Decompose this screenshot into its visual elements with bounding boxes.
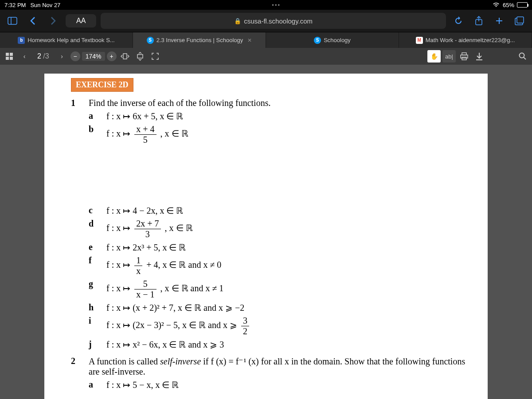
item-a: a f : x ↦ 5 − x, x ∈ ℝ xyxy=(89,379,474,390)
item-g: g f : x ↦ 5x − 1 , x ∈ ℝ and x ≠ 1 xyxy=(89,279,474,300)
svg-rect-12 xyxy=(137,55,143,58)
pdf-toolbar: ‹ 2 /3 › − 174% + ✋ ab| xyxy=(0,48,532,65)
svg-rect-6 xyxy=(517,17,524,23)
back-button[interactable] xyxy=(25,13,41,29)
text-size-button[interactable]: AA xyxy=(66,14,96,27)
sidebar-toggle-icon[interactable] xyxy=(4,13,20,29)
question-number: 2 xyxy=(71,356,80,390)
exercise-header: EXERCISE 2D xyxy=(71,78,133,92)
gmail-favicon: M xyxy=(416,37,423,44)
thumbnails-button[interactable] xyxy=(3,50,16,63)
svg-rect-10 xyxy=(10,57,13,60)
svg-rect-7 xyxy=(6,53,9,56)
prev-page-button[interactable]: ‹ xyxy=(18,50,31,63)
ios-status-bar: 7:32 PM Sun Nov 27 ••• 65% xyxy=(0,0,532,10)
fullscreen-button[interactable] xyxy=(149,50,162,63)
more-dots-icon: ••• xyxy=(272,2,281,8)
schoology-favicon: S xyxy=(314,37,321,44)
reload-button[interactable] xyxy=(450,13,466,29)
question-2: 2 A function is called self-inverse if f… xyxy=(71,356,474,390)
tab-gmail[interactable]: M Math Work - aidenmeltzer223@g... xyxy=(399,32,532,48)
download-button[interactable] xyxy=(473,50,486,63)
item-e: e f : x ↦ 2x³ + 5, x ∈ ℝ xyxy=(89,242,474,253)
current-page: 2 xyxy=(37,52,41,60)
zoom-level: 174% xyxy=(82,52,105,61)
zoom-out-button[interactable]: − xyxy=(70,51,80,61)
item-b: b f : x ↦ x + 45 , x ∈ ℝ xyxy=(89,124,474,145)
hand-tool-button[interactable]: ✋ xyxy=(427,50,441,63)
page-total: /3 xyxy=(43,52,49,60)
svg-rect-15 xyxy=(462,57,466,60)
tab-label: Homework Help and Textbook S... xyxy=(27,37,114,43)
text-select-button[interactable]: ab| xyxy=(442,50,456,63)
tab-label: Schoology xyxy=(324,37,351,43)
question-1: 1 Find the inverse of each of the follow… xyxy=(71,98,474,350)
fit-height-button[interactable] xyxy=(133,50,147,63)
item-i: i f : x ↦ (2x − 3)² − 5, x ∈ ℝ and x ⩾ 3… xyxy=(89,316,474,336)
svg-rect-0 xyxy=(8,17,17,24)
svg-rect-8 xyxy=(10,53,13,56)
svg-line-19 xyxy=(524,57,526,59)
tab-label: Math Work - aidenmeltzer223@g... xyxy=(426,37,515,43)
tab-homework-help[interactable]: b Homework Help and Textbook S... xyxy=(0,32,133,48)
browser-nav-bar: AA 🔒 csusa-fl.schoology.com xyxy=(0,10,532,32)
tabs-button[interactable] xyxy=(512,13,528,29)
lock-icon: 🔒 xyxy=(234,18,241,24)
tab-label: 2.3 Inverse Functions | Schoology xyxy=(156,37,243,43)
battery-icon xyxy=(517,2,528,8)
svg-point-18 xyxy=(520,53,524,58)
zoom-in-button[interactable]: + xyxy=(107,51,117,61)
share-button[interactable] xyxy=(471,13,487,29)
tab-inverse-functions[interactable]: S 2.3 Inverse Functions | Schoology ✕ xyxy=(133,32,266,48)
search-button[interactable] xyxy=(516,50,529,63)
svg-rect-11 xyxy=(123,54,127,59)
forward-button[interactable] xyxy=(45,13,61,29)
question-number: 1 xyxy=(71,98,80,350)
bartleby-favicon: b xyxy=(18,37,25,44)
page-indicator: 2 /3 xyxy=(33,52,54,60)
new-tab-button[interactable] xyxy=(491,13,507,29)
battery-percent: 65% xyxy=(503,2,514,8)
schoology-favicon: S xyxy=(147,37,154,44)
fit-width-button[interactable] xyxy=(118,50,132,63)
item-h: h f : x ↦ (x + 2)² + 7, x ∈ ℝ and x ⩾ −2 xyxy=(89,302,474,313)
svg-rect-9 xyxy=(6,57,9,60)
question-prompt: A function is called self-inverse if f (… xyxy=(89,356,474,377)
close-icon[interactable]: ✕ xyxy=(247,37,252,43)
pdf-viewport[interactable]: EXERCISE 2D 1 Find the inverse of each o… xyxy=(0,65,532,399)
tab-schoology[interactable]: S Schoology xyxy=(266,32,399,48)
url-bar[interactable]: 🔒 csusa-fl.schoology.com xyxy=(101,13,446,29)
pdf-page: EXERCISE 2D 1 Find the inverse of each o… xyxy=(44,74,488,399)
item-j: j f : x ↦ x² − 6x, x ∈ ℝ and x ⩾ 3 xyxy=(89,339,474,350)
item-f: f f : x ↦ 1x + 4, x ∈ ℝ and x ≠ 0 xyxy=(89,255,474,276)
tab-bar: b Homework Help and Textbook S... S 2.3 … xyxy=(0,32,532,48)
next-page-button[interactable]: › xyxy=(55,50,69,63)
url-text: csusa-fl.schoology.com xyxy=(244,17,313,25)
item-d: d f : x ↦ 2x + 73 , x ∈ ℝ xyxy=(89,219,474,239)
aa-label: AA xyxy=(76,17,86,24)
status-time: 7:32 PM xyxy=(4,2,26,8)
status-date: Sun Nov 27 xyxy=(30,2,60,8)
print-button[interactable] xyxy=(458,50,471,63)
question-prompt: Find the inverse of each of the followin… xyxy=(89,98,474,108)
item-a: a f : x ↦ 6x + 5, x ∈ ℝ xyxy=(89,111,474,121)
wifi-icon xyxy=(492,2,500,8)
item-c: c f : x ↦ 4 − 2x, x ∈ ℝ xyxy=(89,205,474,216)
